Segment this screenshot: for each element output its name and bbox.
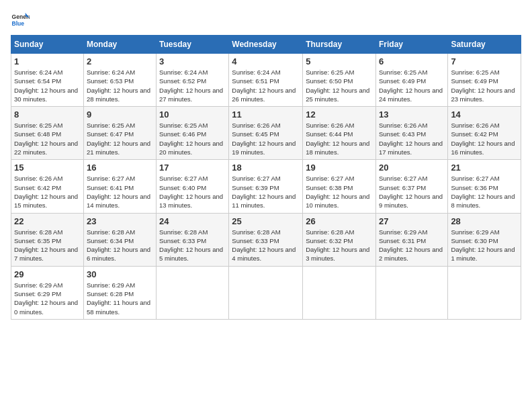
day-info: Sunrise: 6:24 AMSunset: 6:51 PMDaylight:… [232, 68, 300, 103]
calendar-day-cell: 26 Sunrise: 6:28 AMSunset: 6:32 PMDaylig… [303, 213, 376, 266]
calendar-day-cell [303, 266, 376, 319]
day-number: 5 [306, 56, 373, 66]
calendar-day-cell: 29 Sunrise: 6:29 AMSunset: 6:29 PMDaylig… [11, 266, 84, 319]
calendar-day-cell: 27 Sunrise: 6:29 AMSunset: 6:31 PMDaylig… [375, 213, 447, 266]
day-number: 12 [306, 109, 373, 120]
day-number: 11 [232, 109, 300, 120]
day-number: 24 [159, 216, 226, 226]
calendar-table: SundayMondayTuesdayWednesdayThursdayFrid… [11, 35, 521, 320]
day-info: Sunrise: 6:29 AMSunset: 6:30 PMDaylight:… [451, 228, 518, 263]
calendar-day-header: Friday [375, 36, 447, 54]
calendar-day-header: Saturday [448, 36, 521, 54]
day-info: Sunrise: 6:27 AMSunset: 6:40 PMDaylight:… [159, 174, 226, 210]
day-info: Sunrise: 6:27 AMSunset: 6:41 PMDaylight:… [87, 174, 153, 210]
calendar-day-cell: 20 Sunrise: 6:27 AMSunset: 6:37 PMDaylig… [375, 160, 447, 213]
calendar-day-cell: 19 Sunrise: 6:27 AMSunset: 6:38 PMDaylig… [303, 160, 376, 213]
calendar-day-cell: 28 Sunrise: 6:29 AMSunset: 6:30 PMDaylig… [448, 213, 521, 266]
day-number: 13 [379, 109, 445, 120]
calendar-day-cell: 10 Sunrise: 6:25 AMSunset: 6:46 PMDaylig… [157, 107, 229, 160]
day-info: Sunrise: 6:26 AMSunset: 6:42 PMDaylight:… [14, 174, 81, 210]
day-number: 1 [14, 56, 81, 66]
day-number: 14 [451, 109, 518, 120]
day-info: Sunrise: 6:26 AMSunset: 6:44 PMDaylight:… [306, 121, 373, 156]
day-info: Sunrise: 6:28 AMSunset: 6:33 PMDaylight:… [159, 228, 226, 263]
day-info: Sunrise: 6:27 AMSunset: 6:37 PMDaylight:… [379, 174, 445, 210]
calendar-day-cell: 3 Sunrise: 6:24 AMSunset: 6:52 PMDayligh… [157, 54, 229, 107]
calendar-body: 1 Sunrise: 6:24 AMSunset: 6:54 PMDayligh… [11, 54, 521, 320]
day-number: 29 [14, 269, 81, 279]
day-number: 26 [306, 216, 373, 226]
calendar-day-header: Sunday [11, 36, 84, 54]
day-number: 4 [232, 56, 300, 66]
calendar-day-cell [375, 266, 447, 319]
day-number: 28 [451, 216, 518, 226]
calendar-day-cell: 6 Sunrise: 6:25 AMSunset: 6:49 PMDayligh… [375, 54, 447, 107]
day-info: Sunrise: 6:25 AMSunset: 6:48 PMDaylight:… [14, 121, 81, 156]
calendar-week-row: 15 Sunrise: 6:26 AMSunset: 6:42 PMDaylig… [11, 160, 521, 213]
day-number: 15 [14, 163, 81, 173]
calendar-day-cell: 25 Sunrise: 6:28 AMSunset: 6:33 PMDaylig… [229, 213, 303, 266]
calendar-day-header: Monday [83, 36, 156, 54]
calendar-day-cell: 11 Sunrise: 6:26 AMSunset: 6:45 PMDaylig… [229, 107, 303, 160]
day-number: 3 [159, 56, 226, 66]
day-number: 20 [379, 163, 445, 173]
day-number: 23 [87, 216, 153, 226]
day-number: 19 [306, 163, 373, 173]
day-number: 9 [87, 109, 153, 120]
calendar-day-cell: 18 Sunrise: 6:27 AMSunset: 6:39 PMDaylig… [229, 160, 303, 213]
calendar-day-cell: 5 Sunrise: 6:25 AMSunset: 6:50 PMDayligh… [303, 54, 376, 107]
day-info: Sunrise: 6:24 AMSunset: 6:52 PMDaylight:… [159, 68, 226, 103]
day-info: Sunrise: 6:28 AMSunset: 6:33 PMDaylight:… [232, 228, 300, 263]
calendar-week-row: 29 Sunrise: 6:29 AMSunset: 6:29 PMDaylig… [11, 266, 521, 319]
day-info: Sunrise: 6:25 AMSunset: 6:50 PMDaylight:… [306, 68, 373, 103]
day-info: Sunrise: 6:24 AMSunset: 6:54 PMDaylight:… [14, 68, 81, 103]
calendar-day-cell: 24 Sunrise: 6:28 AMSunset: 6:33 PMDaylig… [157, 213, 229, 266]
day-info: Sunrise: 6:28 AMSunset: 6:35 PMDaylight:… [14, 228, 81, 263]
calendar-day-cell: 14 Sunrise: 6:26 AMSunset: 6:42 PMDaylig… [448, 107, 521, 160]
day-number: 8 [14, 109, 81, 120]
day-info: Sunrise: 6:28 AMSunset: 6:34 PMDaylight:… [87, 228, 153, 263]
day-info: Sunrise: 6:25 AMSunset: 6:49 PMDaylight:… [379, 68, 445, 103]
day-number: 16 [87, 163, 153, 173]
day-info: Sunrise: 6:25 AMSunset: 6:46 PMDaylight:… [159, 121, 226, 156]
calendar-week-row: 1 Sunrise: 6:24 AMSunset: 6:54 PMDayligh… [11, 54, 521, 107]
svg-text:Blue: Blue [12, 20, 25, 27]
calendar-day-cell [448, 266, 521, 319]
calendar-week-row: 8 Sunrise: 6:25 AMSunset: 6:48 PMDayligh… [11, 107, 521, 160]
calendar-day-cell: 1 Sunrise: 6:24 AMSunset: 6:54 PMDayligh… [11, 54, 84, 107]
calendar-day-cell [229, 266, 303, 319]
day-number: 7 [451, 56, 518, 66]
calendar-day-header: Wednesday [229, 36, 303, 54]
day-info: Sunrise: 6:29 AMSunset: 6:28 PMDaylight:… [87, 281, 153, 316]
calendar-day-header: Thursday [303, 36, 376, 54]
day-number: 25 [232, 216, 300, 226]
day-info: Sunrise: 6:27 AMSunset: 6:39 PMDaylight:… [232, 174, 300, 210]
calendar-header-row: SundayMondayTuesdayWednesdayThursdayFrid… [11, 36, 521, 54]
day-number: 6 [379, 56, 445, 66]
day-info: Sunrise: 6:24 AMSunset: 6:53 PMDaylight:… [87, 68, 153, 103]
day-number: 17 [159, 163, 226, 173]
calendar-day-cell: 15 Sunrise: 6:26 AMSunset: 6:42 PMDaylig… [11, 160, 84, 213]
day-number: 10 [159, 109, 226, 120]
day-info: Sunrise: 6:25 AMSunset: 6:49 PMDaylight:… [451, 68, 518, 103]
calendar-week-row: 22 Sunrise: 6:28 AMSunset: 6:35 PMDaylig… [11, 213, 521, 266]
day-info: Sunrise: 6:27 AMSunset: 6:36 PMDaylight:… [451, 174, 518, 210]
calendar-day-cell: 13 Sunrise: 6:26 AMSunset: 6:43 PMDaylig… [375, 107, 447, 160]
day-info: Sunrise: 6:25 AMSunset: 6:47 PMDaylight:… [87, 121, 153, 156]
day-number: 18 [232, 163, 300, 173]
day-info: Sunrise: 6:26 AMSunset: 6:42 PMDaylight:… [451, 121, 518, 156]
day-info: Sunrise: 6:29 AMSunset: 6:31 PMDaylight:… [379, 228, 445, 263]
calendar-day-header: Tuesday [157, 36, 229, 54]
logo: General Blue [11, 11, 30, 30]
calendar-day-cell: 9 Sunrise: 6:25 AMSunset: 6:47 PMDayligh… [83, 107, 156, 160]
day-number: 2 [87, 56, 153, 66]
calendar-day-cell: 17 Sunrise: 6:27 AMSunset: 6:40 PMDaylig… [157, 160, 229, 213]
day-info: Sunrise: 6:27 AMSunset: 6:38 PMDaylight:… [306, 174, 373, 210]
day-number: 21 [451, 163, 518, 173]
logo-icon: General Blue [11, 11, 30, 30]
calendar-day-cell: 4 Sunrise: 6:24 AMSunset: 6:51 PMDayligh… [229, 54, 303, 107]
calendar-day-cell: 16 Sunrise: 6:27 AMSunset: 6:41 PMDaylig… [83, 160, 156, 213]
calendar-day-cell: 12 Sunrise: 6:26 AMSunset: 6:44 PMDaylig… [303, 107, 376, 160]
day-info: Sunrise: 6:28 AMSunset: 6:32 PMDaylight:… [306, 228, 373, 263]
calendar-day-cell: 8 Sunrise: 6:25 AMSunset: 6:48 PMDayligh… [11, 107, 84, 160]
